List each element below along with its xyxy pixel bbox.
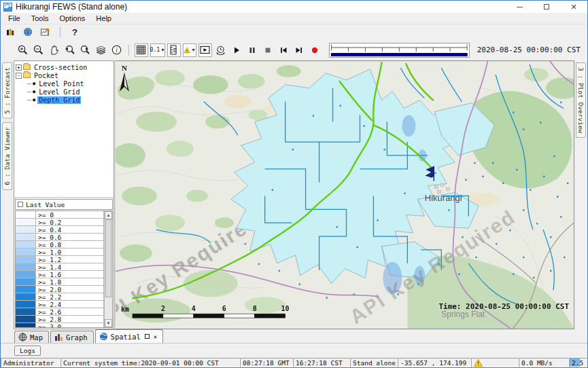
last-value-checkbox[interactable] [18,202,23,207]
legend-row[interactable]: >= 1.8 [16,278,104,286]
legend-row-label: >= 1.8 [36,278,104,285]
pan-hand-icon[interactable] [47,43,60,57]
warning-dropdown[interactable]: ! ▼ [183,43,196,57]
right-tabstrip: 3 : Plot Overview [574,60,587,329]
tree-item-label[interactable]: Pocket [33,72,60,79]
legend-row[interactable]: >= 1.4 [16,263,104,271]
legend-color-swatch [16,301,36,308]
legend-row[interactable]: >= 2.2 [16,293,104,301]
zoom-next-icon[interactable] [78,43,92,57]
legend-color-swatch [16,234,36,240]
legend-row-label: >= 3.0 [36,323,104,328]
time-slider[interactable] [329,43,470,58]
status-coordinates: -35.657 , 174.199 [398,358,471,367]
database-icon[interactable] [3,25,17,39]
zoom-previous-icon[interactable] [63,43,76,57]
tab-maximize-icon[interactable] [145,334,150,339]
tab-close-icon[interactable]: ✕ [154,333,157,340]
svg-text:8: 8 [253,305,257,312]
folder-icon [23,73,31,78]
tree-item[interactable]: ● Level Grid [27,88,113,96]
legend-row[interactable]: >= 1.0 [16,249,104,256]
record-icon[interactable] [308,43,322,57]
legend-row[interactable]: >= 3.0 [16,323,104,328]
legend-scrollbar[interactable]: ▲ ▼ [104,211,112,327]
menu-item[interactable]: Options [54,14,90,23]
statusbar: Administrator Current system time:2020-0… [1,358,587,367]
legend-color-swatch [16,278,36,285]
status-warning-cell[interactable]: ! [471,358,519,367]
map-globe-icon [18,333,27,342]
layer-bullet-icon: ● [33,97,35,103]
current-display-time: 2020-08-25 00:00:00 CST [477,45,581,54]
grid-threshold-dropdown[interactable]: 0.1 ▼ [150,43,165,57]
menu-item[interactable]: Help [91,14,116,23]
animation-icon[interactable] [198,43,212,57]
tree-item[interactable]: ● Depth Grid [27,96,113,104]
scroll-thumb[interactable] [105,219,111,297]
menu-item[interactable]: File [3,14,25,23]
skip-end-icon[interactable] [292,43,306,57]
map-canvas[interactable]: API Key Required API Key Required [116,61,574,329]
tab-map[interactable]: Map [14,331,49,343]
legend-row[interactable]: >= 2.6 [16,308,104,316]
pause-icon[interactable] [245,43,259,57]
globe-icon[interactable] [21,25,35,39]
menu-item[interactable]: Tools [27,14,54,23]
legend-color-swatch [16,219,36,225]
legend-color-swatch [16,211,36,218]
legend-row[interactable]: >= 0.2 [16,219,104,226]
tree-item-label[interactable]: Depth Grid [37,96,81,104]
legend-row[interactable]: >= 0 [16,211,104,219]
grid-display-icon[interactable] [135,43,148,57]
legend-row[interactable]: >= 2.4 [16,301,104,308]
logs-button[interactable]: Logs [14,346,41,356]
close-button[interactable]: ✕ [560,1,587,13]
scroll-down-icon[interactable]: ▼ [105,319,112,327]
stop-icon[interactable] [261,43,275,57]
legend-row[interactable]: >= 0.8 [16,241,104,249]
tree-expander[interactable]: - [16,73,22,79]
scroll-up-icon[interactable]: ▲ [105,211,112,219]
map-viewport[interactable]: API Key Required API Key Required [116,60,574,329]
play-icon[interactable] [230,43,243,57]
tab-forecast[interactable]: 5 : Forecast [2,62,12,119]
tab-data-viewer[interactable]: 6 : Data Viewer [2,122,12,190]
layers-icon[interactable] [94,43,107,57]
zoom-in-icon[interactable] [16,43,29,57]
tab-graph[interactable]: Graph [50,331,94,343]
gauge-scale-icon[interactable]: E [167,43,181,57]
tree-item[interactable]: - ● Pocket [15,71,113,79]
legend-row[interactable]: >= 1.2 [16,256,104,263]
svg-text:6: 6 [222,305,226,312]
help-icon[interactable]: ? [68,25,82,39]
legend-row[interactable]: >= 1.6 [16,271,104,278]
skip-start-icon[interactable] [277,43,290,57]
tab-plot-overview[interactable]: 3 : Plot Overview [576,62,586,138]
legend-row[interactable]: >= 0.4 [16,226,104,234]
minimize-button[interactable] [506,1,533,13]
svg-text:E: E [173,47,177,54]
info-icon[interactable]: i [109,43,123,57]
legend-row[interactable]: >= 2.0 [16,286,104,293]
tab-spatial[interactable]: Spatial ✕ [95,329,164,343]
titlebar: Hikurangi FEWS (Stand alone) ✕ [1,1,587,13]
legend-row-label: >= 2.6 [36,308,104,315]
app-window: Hikurangi FEWS (Stand alone) ✕ File Tool… [0,0,588,368]
bottom-tab-bar: Map Graph Spatial ✕ [1,329,587,344]
menubar: File Tools Options Help [1,13,587,24]
maximize-button[interactable] [533,1,560,13]
tree-item[interactable]: + ● Cross-section [15,63,113,71]
zoom-out-icon[interactable] [31,43,45,57]
animation-settings-icon[interactable] [214,43,228,57]
legend-row[interactable]: >= 0.6 [16,234,104,241]
tree-item-label[interactable]: Cross-section [33,64,88,71]
tree-expander[interactable]: + [16,65,22,71]
locality-label: Springs Flat [441,310,485,319]
tree-item-label[interactable]: Level Point [37,80,85,88]
legend-color-swatch [16,271,36,278]
timeseries-chart-icon[interactable] [39,25,52,39]
tree-item-label[interactable]: Level Grid [37,88,81,96]
legend-row[interactable]: >= 2.8 [16,316,104,323]
tree-item[interactable]: ● Level Point [27,79,113,88]
